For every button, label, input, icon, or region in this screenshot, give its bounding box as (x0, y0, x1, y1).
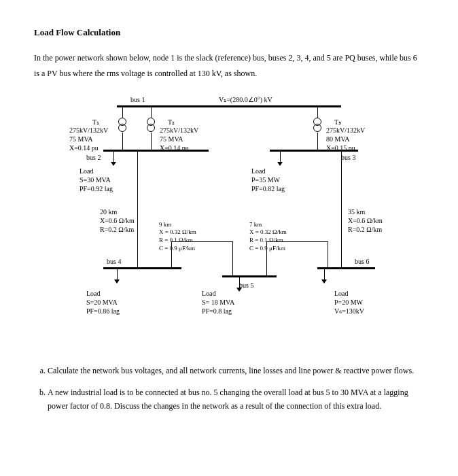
bus6-label: bus 6 (355, 257, 369, 266)
question-list: Calculate the network bus voltages, and … (34, 364, 424, 413)
arrow-down-icon (111, 162, 116, 166)
arrow-down-icon (114, 279, 120, 284)
t3-specs: 275kV/132kV 80 MVA X=0.15 pu (326, 126, 365, 152)
intro-text: In the power network shown below, node 1… (34, 50, 424, 82)
line24-label: 20 km X=0.6 Ω/km R=0.2 Ω/km (100, 207, 135, 234)
load6-label: Load P=20 MW V₆=130kV (334, 289, 364, 316)
bus2-label: bus 2 (86, 153, 101, 162)
transformer-icon (118, 118, 126, 132)
power-network-diagram: bus 1 V₁=(280.0∠0°) kV T₁ 275kV/132kV 75… (49, 99, 409, 343)
question-a: Calculate the network bus voltages, and … (48, 364, 424, 377)
line56-label: 7 km X = 0.32 Ω/km R = 0.1 Ω/km C = 0.9 … (249, 221, 287, 253)
bus4-label: bus 4 (107, 257, 121, 266)
question-b: A new industrial load is to be connected… (48, 386, 424, 413)
arrow-down-icon (277, 162, 283, 166)
load4-label: Load S=20 MVA PF=0.86 lag (86, 289, 120, 316)
load2-label: Load S=30 MVA PF=0.92 lag (80, 167, 113, 193)
arrow-down-icon (236, 288, 242, 292)
line36-label: 35 km X=0.6 Ω/km R=0.2 Ω/km (348, 207, 383, 234)
transformer-icon (147, 118, 155, 132)
line45-label: 9 km X = 0.32 Ω/km R = 0.1 Ω/km C = 0.9 … (159, 221, 196, 253)
v1-label: V₁=(280.0∠0°) kV (219, 95, 272, 104)
transformer-icon (313, 118, 321, 132)
load5-label: Load S= 18 MVA PF=0.8 lag (202, 289, 234, 316)
t1-specs: 275kV/132kV 75 MVA X=0.14 pu (69, 126, 108, 152)
bus3-label: bus 3 (341, 153, 355, 162)
bus1-label: bus 1 (130, 95, 145, 104)
page-title: Load Flow Calculation (34, 27, 424, 38)
arrow-down-icon (321, 279, 327, 284)
t2-specs: 275kV/132kV 75 MVA X=0.14 pu (160, 126, 198, 152)
load3-label: Load P=35 MW PF=0.82 lag (251, 167, 285, 193)
